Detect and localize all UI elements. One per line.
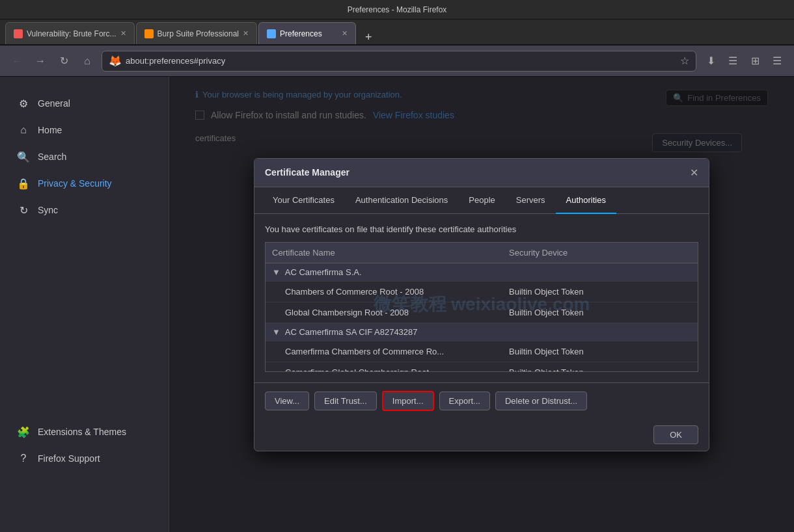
tab-people[interactable]: People	[458, 187, 505, 214]
tab-label-vuln: Vulnerability: Brute Forc...	[27, 29, 116, 38]
dialog-header: Certificate Manager ✕	[254, 159, 709, 187]
cert-table-header: Certificate Name Security Device	[266, 243, 698, 263]
dialog-action-buttons: View... Edit Trust... Import... Export..…	[254, 382, 709, 419]
sidebar-label-support: Firefox Support	[38, 453, 100, 464]
url-text-content: about:preferences#privacy	[126, 56, 225, 66]
dialog-title: Certificate Manager	[265, 167, 349, 178]
extensions-icon: 🧩	[17, 425, 30, 438]
dialog-description: You have certificates on file that ident…	[265, 224, 698, 234]
tab-your-certificates[interactable]: Your Certificates	[262, 187, 345, 214]
sidebar-label-privacy: Privacy & Security	[38, 178, 112, 189]
sidebar-item-general[interactable]: ⚙ General	[4, 90, 165, 116]
home-button[interactable]: ⌂	[78, 52, 96, 70]
search-icon: 🔍	[17, 150, 30, 163]
sidebar-item-privacy[interactable]: 🔒 Privacy & Security	[4, 170, 165, 196]
sidebar-label-general: General	[38, 98, 70, 109]
cert-group-2[interactable]: ▼ AC Camerfirma SA CIF A82743287	[266, 323, 698, 341]
cert-row-1-2[interactable]: Global Chambersign Root - 2008 Builtin O…	[266, 302, 698, 323]
cert-group-1-name: AC Camerfirma S.A.	[285, 267, 362, 277]
address-bar: ← → ↻ ⌂ 🦊 about:preferences#privacy ☆ ⬇ …	[0, 46, 794, 77]
tab-favicon-prefs	[267, 29, 276, 38]
cert-name-1-1: Chambers of Commerce Root - 2008	[266, 282, 502, 302]
bookmarks-icon[interactable]: ☰	[724, 52, 742, 70]
back-button[interactable]: ←	[8, 52, 26, 70]
ok-button[interactable]: OK	[653, 425, 698, 444]
support-icon: ?	[17, 452, 30, 465]
cert-device-2-2: Builtin Object Token	[502, 362, 698, 372]
sidebar: ⚙ General ⌂ Home 🔍 Search 🔒 Privacy & Se…	[0, 77, 169, 532]
layout-icon[interactable]: ⊞	[746, 52, 764, 70]
window-title: Preferences - Mozilla Firefox	[348, 5, 447, 14]
import-button[interactable]: Import...	[382, 391, 434, 411]
tab-authentication-decisions[interactable]: Authentication Decisions	[345, 187, 458, 214]
home-icon: ⌂	[17, 124, 30, 137]
sidebar-item-search[interactable]: 🔍 Search	[4, 144, 165, 170]
sidebar-item-home[interactable]: ⌂ Home	[4, 117, 165, 143]
tab-burp[interactable]: Burp Suite Professional ✕	[136, 22, 257, 44]
certificate-table[interactable]: Certificate Name Security Device ▼ AC Ca…	[265, 242, 698, 372]
delete-distrust-button[interactable]: Delete or Distrust...	[495, 392, 587, 410]
dialog-close-button[interactable]: ✕	[690, 166, 698, 179]
export-button[interactable]: Export...	[439, 392, 490, 410]
lock-icon: 🔒	[17, 177, 30, 190]
sidebar-label-extensions: Extensions & Themes	[38, 427, 126, 437]
menu-icon[interactable]: ☰	[768, 52, 786, 70]
tab-close-prefs[interactable]: ✕	[342, 29, 348, 38]
cert-row-1-1[interactable]: Chambers of Commerce Root - 2008 Builtin…	[266, 282, 698, 302]
tab-close-vuln[interactable]: ✕	[120, 29, 126, 38]
cert-device-1-1: Builtin Object Token	[502, 282, 698, 302]
sidebar-label-search: Search	[38, 152, 66, 162]
sync-icon: ↻	[17, 204, 30, 217]
new-tab-button[interactable]: +	[360, 31, 377, 44]
sidebar-item-extensions[interactable]: 🧩 Extensions & Themes	[4, 419, 165, 445]
main-content: ⚙ General ⌂ Home 🔍 Search 🔒 Privacy & Se…	[0, 77, 794, 532]
toolbar-right: ⬇ ☰ ⊞ ☰	[702, 52, 786, 70]
dialog-tabs: Your Certificates Authentication Decisio…	[254, 187, 709, 214]
tab-favicon-burp	[144, 29, 154, 38]
tab-favicon-vuln	[14, 29, 23, 38]
downloads-icon[interactable]: ⬇	[702, 52, 720, 70]
cert-header-name: Certificate Name	[266, 243, 502, 263]
view-button[interactable]: View...	[265, 392, 309, 410]
cert-group-2-name: AC Camerfirma SA CIF A82743287	[285, 327, 418, 337]
cert-row-2-2[interactable]: Camerfirma Global Chambersign Root Built…	[266, 362, 698, 372]
dialog-body: You have certificates on file that ident…	[254, 214, 709, 382]
edit-trust-button[interactable]: Edit Trust...	[314, 392, 377, 410]
certificate-manager-dialog: Certificate Manager ✕ Your Certificates …	[254, 158, 709, 451]
url-bar[interactable]: 🦊 about:preferences#privacy ☆	[102, 51, 696, 72]
tab-label-burp: Burp Suite Professional	[157, 29, 239, 38]
title-bar: Preferences - Mozilla Firefox	[0, 0, 794, 20]
cert-header-device: Security Device	[502, 243, 698, 263]
cert-group-1[interactable]: ▼ AC Camerfirma S.A.	[266, 263, 698, 282]
tab-authorities[interactable]: Authorities	[556, 187, 616, 214]
firefox-icon: 🦊	[109, 55, 122, 67]
reload-button[interactable]: ↻	[55, 52, 73, 70]
general-icon: ⚙	[17, 97, 30, 110]
tab-servers[interactable]: Servers	[506, 187, 556, 214]
sidebar-label-sync: Sync	[38, 205, 58, 215]
cert-device-2-1: Builtin Object Token	[502, 341, 698, 362]
cert-name-2-1: Camerfirma Chambers of Commerce Ro...	[266, 341, 502, 362]
dialog-footer: OK	[254, 419, 709, 451]
sidebar-label-home: Home	[38, 125, 62, 135]
chevron-down-icon: ▼	[272, 267, 281, 277]
cert-name-1-2: Global Chambersign Root - 2008	[266, 302, 502, 323]
tab-vuln[interactable]: Vulnerability: Brute Forc... ✕	[5, 22, 135, 44]
cert-row-2-1[interactable]: Camerfirma Chambers of Commerce Ro... Bu…	[266, 341, 698, 362]
tab-prefs[interactable]: Preferences ✕	[258, 22, 356, 44]
sidebar-item-support[interactable]: ? Firefox Support	[4, 446, 165, 472]
cert-name-2-2: Camerfirma Global Chambersign Root	[266, 362, 502, 372]
chevron-down-icon-2: ▼	[272, 327, 281, 337]
tab-close-burp[interactable]: ✕	[243, 29, 249, 38]
tab-bar: Vulnerability: Brute Forc... ✕ Burp Suit…	[0, 20, 794, 46]
url-display: about:preferences#privacy	[126, 56, 676, 66]
cert-device-1-2: Builtin Object Token	[502, 302, 698, 323]
tab-label-prefs: Preferences	[280, 29, 322, 38]
forward-button[interactable]: →	[31, 52, 49, 70]
sidebar-item-sync[interactable]: ↻ Sync	[4, 197, 165, 223]
page-area: ℹ Your browser is being managed by your …	[169, 77, 794, 532]
dialog-overlay: 微笑教程 weixiaolive.com Certificate Manager…	[169, 77, 794, 532]
bookmark-star-icon[interactable]: ☆	[680, 55, 689, 67]
